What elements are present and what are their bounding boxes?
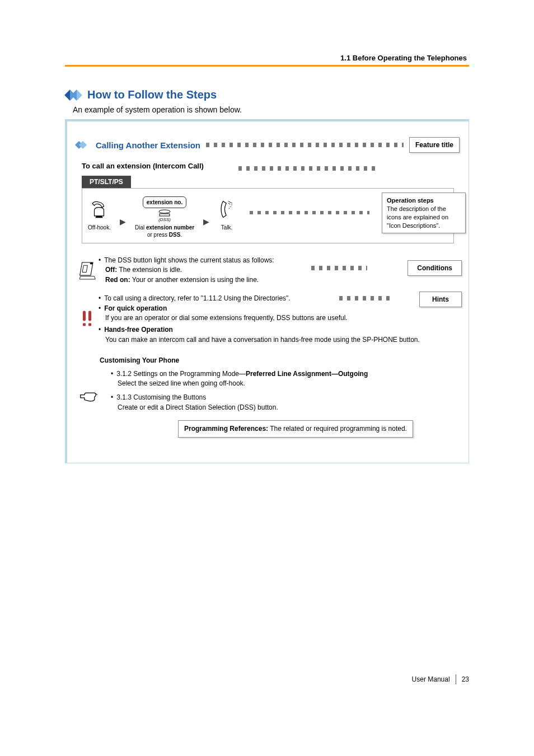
hints-quick-body: If you are an operator or dial some exte… xyxy=(99,313,448,323)
cust-item1-prefix: 3.1.2 Settings on the Programming Mode— xyxy=(116,370,246,378)
cust-item2-body: Create or edit a Direct Station Selectio… xyxy=(100,403,424,412)
arrow-icon: ▶ xyxy=(203,209,209,226)
step-caption: Talk. xyxy=(221,224,233,232)
footer-page: 23 xyxy=(462,675,469,683)
svg-rect-6 xyxy=(82,265,87,272)
footer-label: User Manual xyxy=(412,675,450,683)
tab-bar: PT/SLT/PS xyxy=(82,176,460,188)
svg-rect-10 xyxy=(88,323,91,326)
hints-hands-body: You can make an intercom call and have a… xyxy=(99,335,448,345)
footer-divider xyxy=(456,674,456,684)
pointing-hand-icon xyxy=(79,356,99,438)
phone-stand-icon xyxy=(79,256,96,285)
conditions-line: The DSS button light shows the current s… xyxy=(104,256,274,265)
cust-item1-bold: Preferred Line Assignment—Outgoing xyxy=(246,370,368,378)
step-caption: Off-hook. xyxy=(88,224,111,232)
prog-ref-label: Programming References: xyxy=(184,425,268,433)
svg-point-2 xyxy=(231,206,231,207)
footer: User Manual 23 xyxy=(412,674,469,684)
device-tab: PT/SLT/PS xyxy=(82,176,131,188)
svg-point-4 xyxy=(229,208,229,208)
feature-title: Calling Another Extension xyxy=(96,140,200,150)
dss-button-icon xyxy=(157,209,172,217)
conditions-callout: Conditions xyxy=(407,260,462,276)
conditions-red-text: Your or another extension is using the l… xyxy=(130,276,259,284)
header-breadcrumb: 1.1 Before Operating the Telephones xyxy=(340,54,467,62)
conditions-off-text: The extension is idle. xyxy=(117,266,182,274)
step-caption: Dial extension numberor press DSS. xyxy=(135,224,194,238)
operation-steps-title: Operation steps xyxy=(387,197,434,204)
cust-item1-body: Select the seized line when going off-ho… xyxy=(100,379,424,388)
svg-point-5 xyxy=(90,262,93,265)
customising-title: Customising Your Phone xyxy=(100,356,424,365)
feature-title-callout: Feature title xyxy=(409,137,460,153)
section-intro: An example of system operation is shown … xyxy=(73,105,242,114)
arrow-icon: ▶ xyxy=(120,209,126,226)
svg-rect-8 xyxy=(88,311,91,321)
hints-directory: To call using a directory, refer to "1.1… xyxy=(104,294,290,303)
offhook-icon xyxy=(90,200,109,219)
conditions-off-label: Off: xyxy=(105,266,117,274)
conditions-red-label: Red on: xyxy=(105,276,130,284)
svg-rect-1 xyxy=(160,214,170,216)
header-rule xyxy=(65,65,469,67)
dss-label: (DSS) xyxy=(158,217,171,222)
svg-point-3 xyxy=(231,204,232,205)
diamond-icon xyxy=(76,142,86,148)
operation-steps-body: The description of the icons are explain… xyxy=(387,205,448,229)
section-heading-row: How to Follow the Steps xyxy=(66,88,217,101)
talk-icon xyxy=(218,199,235,219)
diamond-icon xyxy=(71,90,82,101)
leader-line xyxy=(339,296,390,300)
leader-line xyxy=(206,143,404,147)
hints-quick-title: For quick operation xyxy=(104,304,167,312)
leader-line xyxy=(250,211,369,214)
leader-line xyxy=(238,166,378,171)
section-title: How to Follow the Steps xyxy=(87,88,217,101)
extension-number-box: extension no. xyxy=(143,196,186,208)
step-area: Off-hook. ▶ extension no. (DSS) Dial ext… xyxy=(82,188,454,243)
leader-line xyxy=(311,266,367,270)
hints-callout: Hints xyxy=(419,292,462,307)
hints-hands-title: Hands-free Operation xyxy=(104,326,173,334)
example-box: Calling Another Extension Feature title … xyxy=(65,119,469,463)
cust-item2-title: 3.1.3 Customising the Buttons xyxy=(116,393,206,402)
svg-point-0 xyxy=(159,210,170,213)
exclamation-icon xyxy=(81,294,95,345)
operation-steps-callout: Operation steps The description of the i… xyxy=(382,192,466,233)
prog-ref-text: The related or required programming is n… xyxy=(268,425,407,433)
svg-rect-7 xyxy=(83,311,86,321)
svg-rect-9 xyxy=(83,323,86,326)
programming-ref-box: Programming References: The related or r… xyxy=(178,420,413,438)
